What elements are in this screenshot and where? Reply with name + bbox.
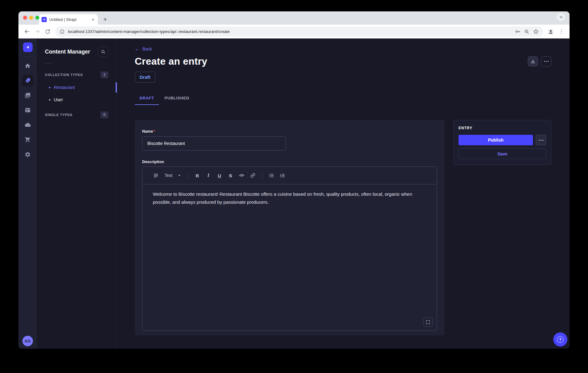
back-arrow-icon	[24, 29, 30, 34]
toolbar-divider	[188, 171, 188, 179]
link-icon	[250, 173, 255, 178]
entry-form-card: Name* Description Text	[135, 120, 444, 335]
bookmark-star-icon[interactable]	[533, 29, 539, 34]
version-tabs: DRAFT PUBLISHED	[135, 92, 551, 105]
tab-draft[interactable]: DRAFT	[135, 92, 159, 105]
single-types-count-badge: 0	[101, 111, 108, 118]
media-library-icon	[25, 92, 31, 98]
subnav-search-button[interactable]	[98, 47, 108, 57]
feather-pen-icon	[25, 78, 31, 84]
minimize-window-button[interactable]	[29, 16, 33, 20]
expand-editor-button[interactable]	[423, 318, 433, 327]
rail-divider	[23, 56, 32, 57]
cloud-icon	[25, 122, 31, 128]
browser-menu-button[interactable]: ⋮	[556, 26, 566, 37]
browser-tab[interactable]: Untitled | Strapi ×	[39, 14, 98, 25]
tab-close-icon[interactable]: ×	[91, 17, 95, 22]
nav-content-manager-button[interactable]	[22, 75, 34, 86]
align-icon	[153, 173, 158, 178]
url-text: localhost:1337/admin/content-manager/col…	[68, 29, 511, 34]
editor-toolbar: Text B I U S </>	[142, 167, 437, 184]
site-info-icon[interactable]	[60, 29, 65, 34]
subnav-title: Content Manager	[45, 49, 90, 55]
sidebar-item-label: User	[54, 97, 63, 102]
close-window-button[interactable]	[23, 16, 27, 20]
strapi-logo[interactable]	[23, 42, 33, 52]
help-button[interactable]: ?	[553, 332, 567, 347]
content-manager-subnav: Content Manager COLLECTION TYPES 2 Resta…	[37, 38, 117, 349]
download-icon	[530, 59, 535, 64]
tab-strip: Untitled | Strapi × +	[18, 11, 570, 25]
user-avatar[interactable]: KD	[22, 336, 33, 346]
gear-icon	[25, 151, 31, 158]
url-bar[interactable]: localhost:1337/admin/content-manager/col…	[55, 26, 543, 37]
forward-button[interactable]	[32, 26, 42, 37]
forward-arrow-icon	[34, 29, 40, 34]
zoom-in-icon[interactable]	[524, 29, 530, 34]
nav-home-button[interactable]	[22, 60, 34, 72]
browser-toolbar: localhost:1337/admin/content-manager/col…	[18, 25, 570, 38]
browser-window: Untitled | Strapi × + localhost:1337/adm…	[18, 11, 570, 349]
kebab-menu-icon: ⋮	[559, 28, 564, 35]
nav-settings-button[interactable]	[22, 149, 34, 160]
bullet-icon	[49, 99, 50, 101]
reload-icon	[45, 29, 50, 34]
tab-published[interactable]: PUBLISHED	[160, 92, 194, 105]
password-key-icon[interactable]	[515, 29, 521, 34]
back-arrow-icon: ←	[135, 46, 140, 51]
main-content: ← Back Create an entry Draft DRAFT PUBLI…	[117, 38, 570, 349]
numbered-list-button[interactable]	[278, 170, 287, 180]
subnav-divider	[45, 63, 53, 63]
header-more-button[interactable]	[541, 56, 551, 66]
nav-deploy-cloud-button[interactable]	[22, 119, 34, 131]
align-button[interactable]	[151, 170, 161, 180]
expand-icon	[426, 320, 430, 324]
save-button[interactable]: Save	[459, 148, 546, 159]
single-types-section-header: SINGLE TYPES 0	[37, 108, 117, 121]
required-asterisk: *	[153, 129, 155, 134]
back-link[interactable]: ← Back	[135, 46, 152, 51]
search-icon	[101, 50, 105, 54]
tab-search-chevron-button[interactable]	[557, 13, 565, 21]
collection-types-label: COLLECTION TYPES	[45, 73, 83, 77]
description-field-label: Description	[142, 159, 437, 164]
nav-content-type-builder-button[interactable]	[22, 104, 34, 116]
block-type-select[interactable]: Text	[161, 173, 184, 178]
chevron-down-icon	[177, 174, 181, 177]
person-icon	[547, 28, 554, 35]
strapi-favicon-icon	[42, 17, 47, 22]
publish-button[interactable]: Publish	[459, 135, 533, 145]
zoom-window-button[interactable]	[35, 16, 39, 20]
question-mark-icon: ?	[557, 336, 564, 343]
ellipsis-icon	[539, 140, 543, 141]
name-input[interactable]	[142, 136, 286, 150]
new-tab-button[interactable]: +	[101, 15, 109, 24]
nav-marketplace-button[interactable]	[22, 134, 34, 146]
bullet-icon	[49, 87, 50, 88]
profile-button[interactable]	[546, 26, 556, 37]
strapi-app: KD Content Manager COLLECTION TYPES 2 Re…	[18, 38, 570, 349]
ellipsis-icon	[544, 61, 549, 62]
code-button[interactable]: </>	[237, 170, 246, 180]
back-label: Back	[142, 46, 152, 51]
strikethrough-button[interactable]: S	[226, 170, 235, 180]
reload-button[interactable]	[42, 26, 53, 37]
richtext-editor: Text B I U S </>	[142, 166, 437, 331]
nav-media-library-button[interactable]	[22, 90, 34, 101]
bold-button[interactable]: B	[193, 170, 202, 180]
toolbar-divider	[262, 171, 262, 179]
entry-more-button[interactable]	[536, 135, 546, 145]
sidebar-item-restaurant[interactable]: Restaurant	[37, 81, 117, 94]
layout-builder-icon	[25, 107, 31, 113]
entry-panel: ENTRY Publish Save	[453, 120, 551, 165]
back-button[interactable]	[22, 26, 32, 37]
link-button[interactable]	[248, 170, 257, 180]
italic-button[interactable]: I	[204, 170, 213, 180]
underline-button[interactable]: U	[215, 170, 224, 180]
bulleted-list-button[interactable]	[267, 170, 276, 180]
editor-content[interactable]: Welcome to Biscotte restaurant! Restaura…	[142, 184, 437, 331]
sidebar-item-user[interactable]: User	[37, 94, 117, 106]
entry-panel-title: ENTRY	[459, 126, 546, 130]
export-download-button[interactable]	[528, 56, 538, 66]
sidebar-item-label: Restaurant	[54, 85, 75, 90]
